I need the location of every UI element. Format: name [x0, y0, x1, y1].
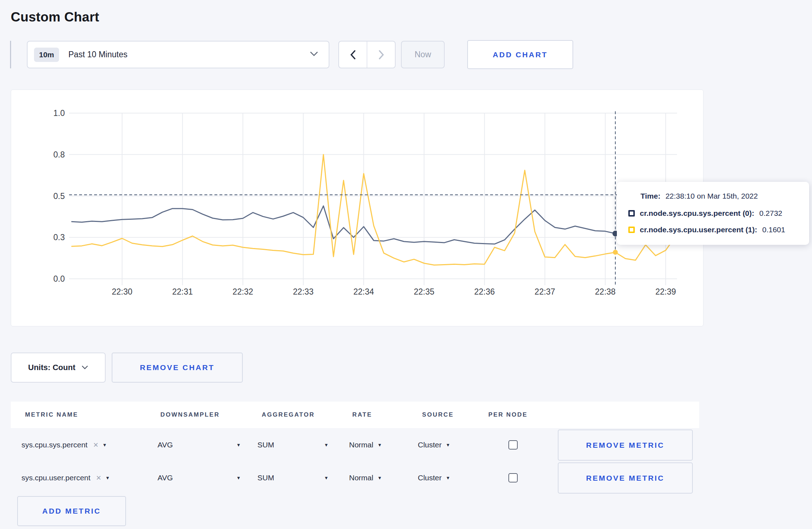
chart-svg[interactable]: 0.00.30.50.81.022:3022:3122:3222:3322:34… — [11, 90, 703, 326]
units-label: Units: Count — [28, 363, 76, 372]
aggregator-value: SUM — [257, 474, 274, 482]
column-header-rate: RATE — [352, 411, 372, 418]
remove-metric-button[interactable]: REMOVE METRIC — [558, 429, 693, 461]
x-tick-label: 22:32 — [233, 287, 253, 296]
x-tick-label: 22:37 — [535, 287, 555, 296]
chevron-down-icon: ▾ — [237, 442, 240, 448]
page-title: Custom Chart — [11, 10, 99, 25]
source-value: Cluster — [418, 474, 442, 482]
x-tick-label: 22:34 — [353, 287, 374, 296]
aggregator-value: SUM — [257, 441, 274, 449]
tooltip-sys-value: 0.2732 — [759, 209, 782, 218]
x-tick-label: 22:33 — [293, 287, 314, 296]
time-pager — [338, 41, 396, 68]
tooltip-sys-label: cr.node.sys.cpu.sys.percent (0): — [640, 209, 754, 218]
metric-row: sys.cpu.sys.percent × ▾ AVG ▾ SUM ▾ Norm… — [11, 429, 699, 461]
rate-dropdown[interactable]: Normal ▾ — [349, 429, 381, 461]
chevron-down-icon — [310, 52, 318, 58]
chart-card: 0.00.30.50.81.022:3022:3122:3222:3322:34… — [11, 89, 704, 326]
add-chart-button[interactable]: ADD CHART — [467, 40, 573, 69]
per-node-cell — [508, 429, 518, 461]
y-tick-label: 0.8 — [53, 150, 65, 159]
add-metric-button[interactable]: ADD METRIC — [17, 496, 126, 526]
chevron-down-icon: ▾ — [325, 475, 328, 481]
user-hover-dot — [613, 250, 618, 255]
y-tick-label: 0.0 — [53, 274, 65, 283]
source-dropdown[interactable]: Cluster ▾ — [418, 429, 449, 461]
clear-metric-icon[interactable]: × — [96, 473, 101, 483]
per-node-checkbox[interactable] — [508, 473, 518, 482]
x-tick-label: 22:35 — [414, 287, 435, 296]
time-range-label: Past 10 Minutes — [68, 50, 127, 59]
per-node-cell — [508, 462, 518, 494]
column-header-per-node: PER NODE — [488, 411, 528, 418]
metric-name-select[interactable]: sys.cpu.sys.percent × ▾ — [21, 429, 106, 461]
metrics-table-header: METRIC NAME DOWNSAMPLER AGGREGATOR RATE … — [11, 402, 699, 428]
per-node-checkbox[interactable] — [508, 440, 518, 450]
y-tick-label: 1.0 — [53, 108, 65, 118]
now-button[interactable]: Now — [401, 41, 445, 68]
remove-chart-button[interactable]: REMOVE CHART — [112, 353, 243, 383]
source-dropdown[interactable]: Cluster ▾ — [418, 462, 449, 494]
units-dropdown[interactable]: Units: Count — [11, 353, 106, 383]
downsampler-value: AVG — [158, 441, 173, 449]
tooltip-time-value: 22:38:10 on Mar 15th, 2022 — [666, 192, 758, 200]
y-tick-label: 0.3 — [53, 233, 65, 242]
downsampler-dropdown[interactable]: AVG ▾ — [158, 429, 240, 461]
chevron-down-icon: ▾ — [325, 442, 328, 448]
tooltip-time-label: Time: — [641, 192, 661, 200]
metric-name-select[interactable]: sys.cpu.user.percent × ▾ — [21, 462, 109, 494]
rate-dropdown[interactable]: Normal ▾ — [349, 462, 381, 494]
chevron-down-icon: ▾ — [447, 442, 450, 448]
chart-tooltip: Time: 22:38:10 on Mar 15th, 2022 cr.node… — [617, 182, 809, 245]
toolbar-divider — [10, 41, 11, 68]
tooltip-user-label: cr.node.sys.cpu.user.percent (1): — [640, 225, 757, 234]
chevron-down-icon[interactable]: ▾ — [103, 442, 106, 448]
sys-series-swatch-icon — [628, 210, 635, 217]
clear-metric-icon[interactable]: × — [93, 440, 98, 450]
user-series-line — [72, 155, 676, 265]
time-range-picker[interactable]: 10m Past 10 Minutes — [27, 41, 329, 68]
chevron-down-icon: ▾ — [378, 475, 381, 481]
remove-metric-button[interactable]: REMOVE METRIC — [558, 462, 693, 494]
chevron-down-icon — [82, 365, 88, 370]
column-header-metric-name: METRIC NAME — [25, 411, 78, 418]
time-range-badge: 10m — [34, 48, 59, 62]
downsampler-value: AVG — [158, 474, 173, 482]
rate-value: Normal — [349, 474, 373, 482]
y-tick-label: 0.5 — [53, 191, 65, 201]
metric-name-value: sys.cpu.sys.percent — [21, 441, 87, 449]
tooltip-user-value: 0.1601 — [762, 225, 785, 234]
source-value: Cluster — [418, 441, 442, 449]
chevron-down-icon: ▾ — [237, 475, 240, 481]
x-tick-label: 22:30 — [112, 287, 132, 296]
metric-row: sys.cpu.user.percent × ▾ AVG ▾ SUM ▾ Nor… — [11, 462, 699, 494]
aggregator-dropdown[interactable]: SUM ▾ — [257, 462, 328, 494]
chevron-down-icon: ▾ — [378, 442, 381, 448]
rate-value: Normal — [349, 441, 373, 449]
next-interval-button[interactable] — [367, 42, 395, 68]
user-series-swatch-icon — [628, 227, 635, 233]
x-tick-label: 22:31 — [172, 287, 193, 296]
column-header-aggregator: AGGREGATOR — [262, 411, 315, 418]
chevron-down-icon: ▾ — [447, 475, 450, 481]
x-tick-label: 22:38 — [595, 287, 616, 296]
metric-name-value: sys.cpu.user.percent — [21, 474, 91, 482]
chevron-down-icon[interactable]: ▾ — [106, 475, 109, 481]
column-header-downsampler: DOWNSAMPLER — [160, 411, 220, 418]
downsampler-dropdown[interactable]: AVG ▾ — [158, 462, 240, 494]
column-header-source: SOURCE — [422, 411, 454, 418]
previous-interval-button[interactable] — [339, 42, 367, 68]
aggregator-dropdown[interactable]: SUM ▾ — [257, 429, 328, 461]
x-tick-label: 22:39 — [656, 287, 676, 296]
x-tick-label: 22:36 — [474, 287, 495, 296]
